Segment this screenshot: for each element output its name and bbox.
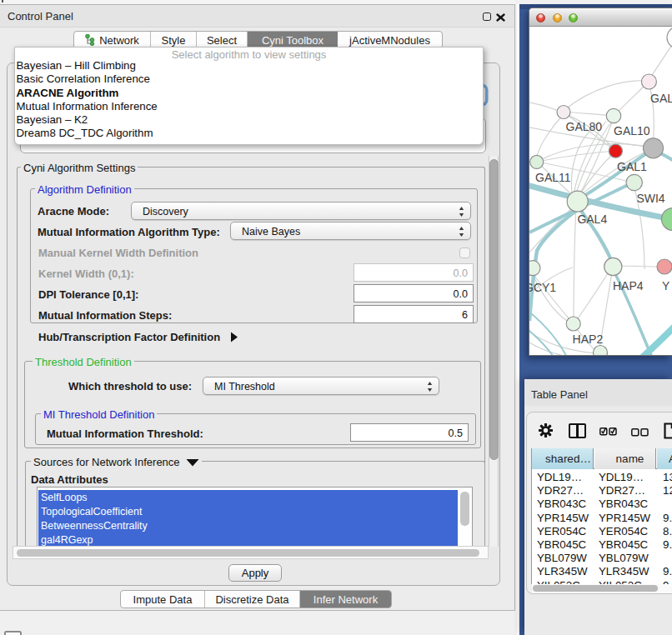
svg-text:SWI4: SWI4 — [636, 192, 664, 205]
svg-text:Y: Y — [662, 279, 670, 292]
svg-text:HAP2: HAP2 — [573, 332, 604, 346]
svg-text:GAL4: GAL4 — [577, 212, 607, 226]
svg-text:GAL1: GAL1 — [617, 160, 647, 173]
svg-text:GAL11: GAL11 — [535, 171, 571, 184]
svg-text:GAL2: GAL2 — [650, 92, 672, 105]
svg-text:GAL10: GAL10 — [614, 124, 650, 138]
svg-text:GCY1: GCY1 — [529, 281, 556, 294]
svg-text:GAL80: GAL80 — [566, 120, 603, 133]
svg-text:HAP4: HAP4 — [613, 279, 644, 292]
